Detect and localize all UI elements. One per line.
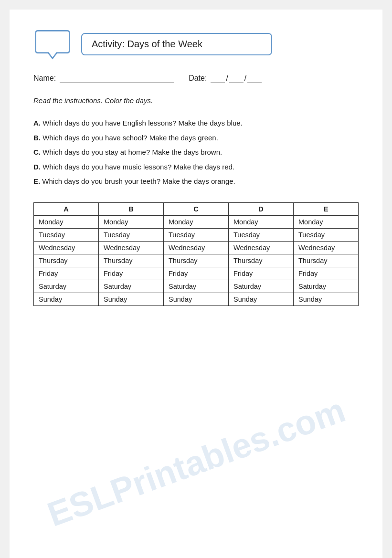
question-a: A. Which days do you have English lesson… bbox=[33, 118, 359, 129]
table-row[interactable]: SundaySundaySundaySundaySunday bbox=[34, 293, 359, 305]
table-cell-r1-c2[interactable]: Tuesday bbox=[164, 228, 229, 241]
date-sep-2: / bbox=[244, 74, 246, 83]
question-b-text: Which days do you have school? Make the … bbox=[42, 134, 218, 142]
table-cell-r2-c4[interactable]: Wednesday bbox=[294, 241, 359, 254]
table-cell-r5-c4[interactable]: Saturday bbox=[294, 280, 359, 293]
question-c: C. Which days do you stay at home? Make … bbox=[33, 147, 359, 158]
col-header-e: E bbox=[294, 202, 359, 215]
table-cell-r1-c4[interactable]: Tuesday bbox=[294, 228, 359, 241]
table-cell-r1-c1[interactable]: Tuesday bbox=[99, 228, 164, 241]
table-cell-r4-c1[interactable]: Friday bbox=[99, 267, 164, 280]
table-cell-r2-c1[interactable]: Wednesday bbox=[99, 241, 164, 254]
worksheet-page: ESLPrintables.com Activity: Days of the … bbox=[10, 10, 382, 558]
table-cell-r1-c3[interactable]: Tuesday bbox=[229, 228, 294, 241]
table-cell-r0-c4[interactable]: Monday bbox=[294, 215, 359, 228]
table-cell-r6-c1[interactable]: Sunday bbox=[99, 293, 164, 305]
question-c-text: Which days do you stay at home? Make the… bbox=[42, 148, 222, 156]
table-cell-r5-c2[interactable]: Saturday bbox=[164, 280, 229, 293]
days-table: A B C D E MondayMondayMondayMondayMonday… bbox=[33, 202, 359, 306]
col-header-a: A bbox=[34, 202, 99, 215]
table-row[interactable]: FridayFridayFridayFridayFriday bbox=[34, 267, 359, 280]
table-row[interactable]: MondayMondayMondayMondayMonday bbox=[34, 215, 359, 228]
table-cell-r4-c3[interactable]: Friday bbox=[229, 267, 294, 280]
table-cell-r6-c2[interactable]: Sunday bbox=[164, 293, 229, 305]
table-row[interactable]: SaturdaySaturdaySaturdaySaturdaySaturday bbox=[34, 280, 359, 293]
question-e: E. Which days do you brush your teeth? M… bbox=[33, 176, 359, 187]
table-header-row: A B C D E bbox=[34, 202, 359, 215]
question-d: D. Which days do you have music lessons?… bbox=[33, 162, 359, 173]
question-c-label: C. bbox=[33, 148, 41, 156]
header: Activity: Days of the Week bbox=[33, 29, 359, 60]
table-cell-r0-c3[interactable]: Monday bbox=[229, 215, 294, 228]
table-cell-r1-c0[interactable]: Tuesday bbox=[34, 228, 99, 241]
date-sep-1: / bbox=[226, 74, 228, 83]
table-cell-r5-c0[interactable]: Saturday bbox=[34, 280, 99, 293]
table-cell-r3-c3[interactable]: Thursday bbox=[229, 254, 294, 267]
table-cell-r6-c3[interactable]: Sunday bbox=[229, 293, 294, 305]
col-header-d: D bbox=[229, 202, 294, 215]
table-cell-r3-c0[interactable]: Thursday bbox=[34, 254, 99, 267]
name-date-row: Name: Date: / / bbox=[33, 74, 359, 83]
date-year[interactable] bbox=[247, 74, 262, 83]
table-cell-r3-c1[interactable]: Thursday bbox=[99, 254, 164, 267]
question-b-label: B. bbox=[33, 134, 41, 142]
question-a-text: Which days do you have English lessons? … bbox=[42, 119, 243, 127]
instructions-text: Read the instructions. Color the days. bbox=[33, 96, 359, 105]
table-cell-r4-c4[interactable]: Friday bbox=[294, 267, 359, 280]
watermark: ESLPrintables.com bbox=[42, 390, 350, 534]
date-label: Date: bbox=[189, 74, 207, 83]
table-row[interactable]: ThursdayThursdayThursdayThursdayThursday bbox=[34, 254, 359, 267]
days-table-wrapper: A B C D E MondayMondayMondayMondayMonday… bbox=[33, 202, 359, 306]
table-cell-r2-c2[interactable]: Wednesday bbox=[164, 241, 229, 254]
name-line[interactable] bbox=[60, 74, 174, 83]
date-day[interactable] bbox=[211, 74, 225, 83]
table-cell-r0-c1[interactable]: Monday bbox=[99, 215, 164, 228]
col-header-b: B bbox=[99, 202, 164, 215]
question-e-text: Which days do you brush your teeth? Make… bbox=[42, 177, 235, 185]
col-header-c: C bbox=[164, 202, 229, 215]
question-e-label: E. bbox=[33, 177, 40, 185]
date-month[interactable] bbox=[229, 74, 244, 83]
table-row[interactable]: TuesdayTuesdayTuesdayTuesdayTuesday bbox=[34, 228, 359, 241]
table-cell-r3-c4[interactable]: Thursday bbox=[294, 254, 359, 267]
question-a-label: A. bbox=[33, 119, 41, 127]
table-cell-r4-c0[interactable]: Friday bbox=[34, 267, 99, 280]
table-cell-r6-c0[interactable]: Sunday bbox=[34, 293, 99, 305]
name-label: Name: bbox=[33, 74, 56, 83]
table-cell-r0-c0[interactable]: Monday bbox=[34, 215, 99, 228]
table-cell-r5-c3[interactable]: Saturday bbox=[229, 280, 294, 293]
table-cell-r3-c2[interactable]: Thursday bbox=[164, 254, 229, 267]
table-cell-r6-c4[interactable]: Sunday bbox=[294, 293, 359, 305]
table-cell-r0-c2[interactable]: Monday bbox=[164, 215, 229, 228]
question-d-text: Which days do you have music lessons? Ma… bbox=[42, 163, 234, 171]
table-cell-r2-c0[interactable]: Wednesday bbox=[34, 241, 99, 254]
question-d-label: D. bbox=[33, 163, 41, 171]
questions-section: A. Which days do you have English lesson… bbox=[33, 118, 359, 187]
table-row[interactable]: WednesdayWednesdayWednesdayWednesdayWedn… bbox=[34, 241, 359, 254]
activity-title: Activity: Days of the Week bbox=[81, 33, 272, 55]
date-slots: / / bbox=[211, 74, 262, 83]
table-cell-r2-c3[interactable]: Wednesday bbox=[229, 241, 294, 254]
table-cell-r5-c1[interactable]: Saturday bbox=[99, 280, 164, 293]
question-b: B. Which days do you have school? Make t… bbox=[33, 133, 359, 144]
table-cell-r4-c2[interactable]: Friday bbox=[164, 267, 229, 280]
speech-bubble-icon bbox=[33, 29, 72, 60]
